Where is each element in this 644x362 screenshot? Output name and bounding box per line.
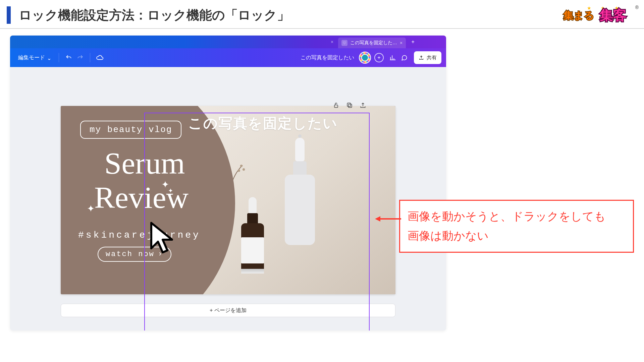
script-line-1[interactable]: Serum: [104, 149, 185, 177]
heart-icon: ♡: [341, 40, 347, 46]
svg-point-5: [238, 170, 240, 172]
sparkle-icon: ✦: [87, 203, 95, 214]
share-button[interactable]: 共有: [414, 51, 441, 64]
svg-rect-11: [347, 103, 351, 106]
edit-mode-button[interactable]: 編集モード ⌄: [15, 52, 55, 63]
brand-word-1: 集まる: [564, 9, 594, 22]
slide-title: ロック機能設定方法：ロック機能の「ロック」: [19, 7, 564, 24]
cloud-sync-icon[interactable]: [94, 52, 106, 63]
watch-label: watch now: [106, 250, 155, 258]
duplicate-icon[interactable]: [345, 101, 354, 109]
tab-label: この写真を固定した…: [350, 40, 397, 46]
annotation-box: 画像を動かそうと、ドラックをしても 画像は動かない: [399, 200, 634, 253]
chevron-down-icon: ⌄: [47, 55, 51, 61]
redo-icon[interactable]: [74, 52, 86, 63]
slide-header: ロック機能設定方法：ロック機能の「ロック」 ★ ★ ★ 集まる 集客 ®: [0, 0, 644, 29]
overlay-heading[interactable]: この写真を固定したい: [188, 114, 338, 133]
app-toolbar: 編集モード ⌄ この写真を固定したい +: [10, 48, 446, 67]
new-tab-button[interactable]: +: [409, 38, 417, 46]
add-member-button[interactable]: +: [374, 53, 384, 62]
brand-logo: ★ ★ ★ 集まる 集客 ®: [564, 6, 634, 24]
document-title[interactable]: この写真を固定したい: [301, 54, 354, 61]
active-tab[interactable]: ♡ この写真を固定した… ×: [338, 38, 406, 48]
svg-rect-10: [348, 104, 352, 108]
svg-marker-13: [375, 216, 380, 222]
vlog-pill[interactable]: my beauty vlog: [80, 121, 181, 139]
undo-icon[interactable]: [63, 52, 74, 63]
export-icon[interactable]: [359, 101, 367, 109]
upload-icon: [419, 55, 424, 60]
svg-rect-9: [334, 105, 338, 108]
brand-word-2: 集客: [600, 6, 627, 24]
sparkle-icon: ✦: [168, 187, 173, 194]
design-canvas[interactable]: この写真を固定したい my beauty vlog Serum Review ✦…: [61, 106, 395, 294]
canva-badge-icon[interactable]: [359, 52, 371, 64]
hashtag-text[interactable]: #skincarejourney: [78, 230, 201, 240]
toolbar-separator: [59, 53, 59, 62]
analytics-icon[interactable]: [387, 52, 398, 63]
annotation-arrow-icon: [375, 214, 402, 224]
canvas-area[interactable]: この写真を固定したい my beauty vlog Serum Review ✦…: [10, 67, 446, 330]
app-window: × ♡ この写真を固定した… × + 編集モード ⌄: [10, 36, 446, 330]
accent-bar: [7, 6, 11, 24]
svg-point-3: [240, 165, 243, 167]
lock-icon[interactable]: [332, 101, 340, 109]
script-line-2[interactable]: Review: [94, 184, 189, 212]
annotation-line-2: 画像は動かない: [408, 226, 626, 246]
stage: × ♡ この写真を固定した… × + 編集モード ⌄: [0, 29, 644, 337]
close-icon[interactable]: ×: [400, 40, 402, 46]
mode-label: 編集モード: [18, 54, 45, 61]
sparkle-icon: ✦: [97, 196, 102, 204]
annotation-line-1: 画像を動かそうと、ドラックをしても: [408, 207, 626, 226]
comment-icon[interactable]: [398, 52, 410, 63]
add-page-button[interactable]: + ページを追加: [61, 304, 395, 317]
registered-mark: ®: [635, 5, 639, 10]
prev-tab-close-icon[interactable]: ×: [329, 39, 335, 45]
svg-point-4: [243, 168, 245, 171]
bottle-tall: [281, 134, 318, 245]
share-label: 共有: [427, 55, 437, 61]
tab-strip: × ♡ この写真を固定した… × +: [10, 36, 446, 48]
cursor-icon: [149, 222, 176, 255]
toolbar-separator: [90, 53, 90, 62]
add-page-label: + ページを追加: [210, 307, 247, 314]
